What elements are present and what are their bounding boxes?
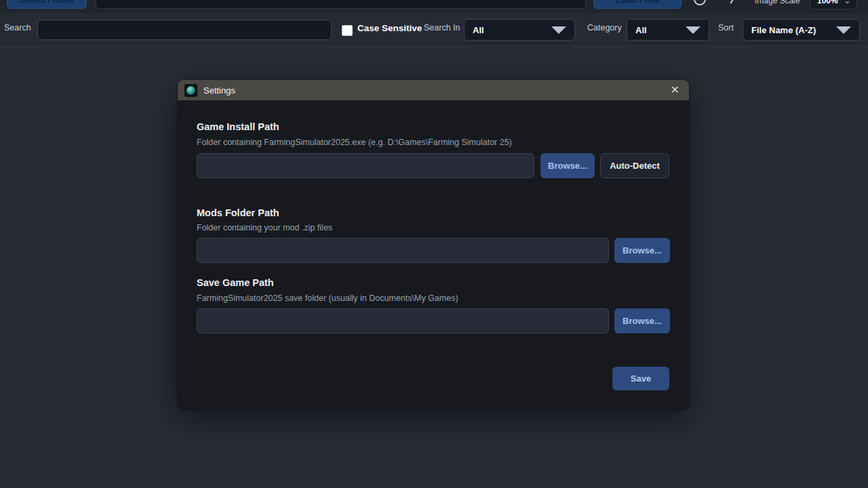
search-in-select[interactable]: All xyxy=(464,19,575,41)
folder-path-input[interactable] xyxy=(96,0,586,9)
case-sensitive-label[interactable]: Case Sensitive xyxy=(357,23,422,33)
search-in-label: Search In xyxy=(424,23,460,33)
chevron-down-icon: ⌄ xyxy=(844,0,851,3)
sort-select[interactable]: File Name (A-Z) xyxy=(743,19,860,41)
mods-folder-path-heading: Mods Folder Path xyxy=(197,207,279,218)
dropdown-arrow-icon xyxy=(686,26,701,34)
dropdown-arrow-icon xyxy=(551,26,566,34)
save-game-path-description: FarmingSimulator2025 save folder (usuall… xyxy=(197,293,458,303)
case-sensitive-checkbox[interactable] xyxy=(342,25,353,36)
image-scale-label: Image Scale xyxy=(755,0,800,5)
save-game-path-heading: Save Game Path xyxy=(197,277,274,288)
dialog-title: Settings xyxy=(203,85,235,96)
auto-detect-button[interactable]: Auto-Detect xyxy=(600,153,669,178)
search-input[interactable] xyxy=(37,20,332,40)
settings-dialog: Settings ✕ Game Install Path Folder cont… xyxy=(178,80,689,409)
game-install-path-description: Folder containing FarmingSimulator2025.e… xyxy=(197,138,512,147)
mods-folder-path-description: Folder containing your mod .zip files xyxy=(197,223,332,232)
image-scale-select[interactable]: 100% ⌄ xyxy=(810,0,857,9)
app-logo-orb xyxy=(186,86,195,95)
sort-value: File Name (A-Z) xyxy=(751,25,816,35)
app-logo-icon xyxy=(184,84,197,97)
save-button[interactable]: Save xyxy=(612,367,669,390)
sort-label: Sort xyxy=(718,23,734,33)
category-value: All xyxy=(635,25,647,35)
image-scale-value: 100% xyxy=(817,0,838,5)
mods-folder-path-input[interactable] xyxy=(197,238,609,263)
settings-icon[interactable] xyxy=(694,0,706,5)
mods-folder-browse-button[interactable]: Browse... xyxy=(614,238,670,263)
save-game-path-input[interactable] xyxy=(197,308,609,333)
help-icon[interactable] xyxy=(730,0,736,4)
select-folder-button[interactable]: Select Folder xyxy=(7,0,87,9)
top-toolbar: Select Folder Load Files Image Scale 100… xyxy=(0,0,868,13)
category-label: Category xyxy=(587,23,622,33)
game-install-path-input[interactable] xyxy=(197,153,534,178)
filter-bar: Search Case Sensitive Search In All Cate… xyxy=(0,13,868,44)
load-files-button[interactable]: Load Files xyxy=(593,0,682,9)
close-icon[interactable]: ✕ xyxy=(668,85,682,96)
category-select[interactable]: All xyxy=(627,19,709,41)
game-install-browse-button[interactable]: Browse... xyxy=(540,153,595,178)
game-install-path-heading: Game Install Path xyxy=(197,121,279,132)
save-game-browse-button[interactable]: Browse... xyxy=(614,308,670,333)
settings-dialog-titlebar[interactable]: Settings ✕ xyxy=(178,80,689,100)
dropdown-arrow-icon xyxy=(836,26,851,34)
search-label: Search xyxy=(4,23,31,33)
search-in-value: All xyxy=(473,25,484,35)
